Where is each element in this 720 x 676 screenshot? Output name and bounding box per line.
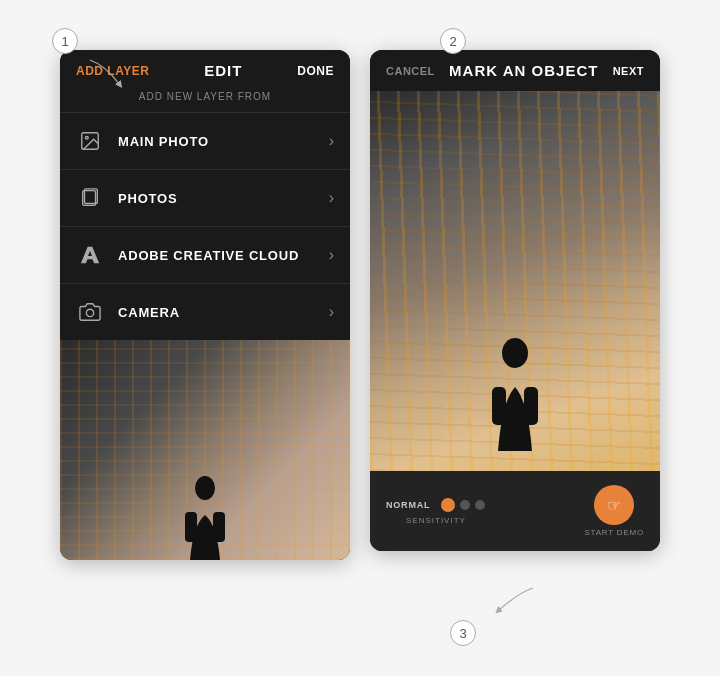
play-icon: ☞ [607, 496, 621, 515]
start-demo-button[interactable]: ☞ START DEMO [584, 485, 644, 537]
dot-active[interactable] [441, 498, 455, 512]
adobe-label: ADOBE CREATIVE CLOUD [118, 248, 329, 263]
person-silhouette-right [480, 331, 550, 451]
menu-items-list: MAIN PHOTO › PHOTOS › [60, 112, 350, 340]
menu-item-main-photo[interactable]: MAIN PHOTO › [60, 112, 350, 169]
chevron-icon-photos: › [329, 189, 334, 207]
sensitivity-label: SENSITIVITY [406, 516, 466, 525]
photos-icon [76, 184, 104, 212]
building-scene-left [60, 340, 350, 560]
svg-rect-6 [185, 512, 197, 542]
left-photo-preview [60, 340, 350, 560]
dot-2[interactable] [460, 500, 470, 510]
annotation-3: 3 [450, 620, 476, 646]
sensitivity-dots: NORMAL [386, 498, 485, 512]
menu-item-photos[interactable]: PHOTOS › [60, 169, 350, 226]
person-silhouette-left [175, 470, 235, 560]
right-phone-bottom-bar: NORMAL SENSITIVITY ☞ START DEMO [370, 471, 660, 551]
menu-item-adobe[interactable]: ADOBE CREATIVE CLOUD › [60, 226, 350, 283]
svg-point-4 [86, 309, 93, 316]
chevron-icon-camera: › [329, 303, 334, 321]
camera-icon [76, 298, 104, 326]
next-button[interactable]: NEXT [613, 65, 644, 77]
camera-label: CAMERA [118, 305, 329, 320]
chevron-icon: › [329, 132, 334, 150]
main-photo-label: MAIN PHOTO [118, 134, 329, 149]
start-demo-text: START DEMO [584, 528, 644, 537]
cancel-button[interactable]: CANCEL [386, 65, 435, 77]
right-phone-top-bar: CANCEL MARK AN OBJECT NEXT [370, 50, 660, 91]
chevron-icon-adobe: › [329, 246, 334, 264]
adobe-icon [76, 241, 104, 269]
svg-point-5 [195, 476, 215, 500]
start-demo-circle: ☞ [594, 485, 634, 525]
svg-point-1 [85, 136, 88, 139]
done-button[interactable]: DONE [297, 64, 334, 78]
dot-3[interactable] [475, 500, 485, 510]
image-icon [76, 127, 104, 155]
sensitivity-section: NORMAL SENSITIVITY [386, 498, 485, 525]
annotation-arrow-1 [85, 55, 135, 95]
svg-rect-7 [213, 512, 225, 542]
svg-rect-10 [524, 387, 538, 425]
left-phone: ADD LAYER EDIT DONE ADD NEW LAYER FROM M… [60, 50, 350, 560]
annotation-2: 2 [440, 28, 466, 54]
annotation-arrow-3 [478, 583, 538, 618]
right-photo-preview [370, 91, 660, 471]
right-phone: CANCEL MARK AN OBJECT NEXT NORMAL [370, 50, 660, 551]
menu-item-camera[interactable]: CAMERA › [60, 283, 350, 340]
normal-label: NORMAL [386, 500, 430, 510]
svg-rect-9 [492, 387, 506, 425]
building-scene-right [370, 91, 660, 471]
svg-point-8 [502, 338, 528, 368]
edit-title: EDIT [204, 62, 242, 79]
photos-label: PHOTOS [118, 191, 329, 206]
annotation-1: 1 [52, 28, 78, 54]
mark-an-object-title: MARK AN OBJECT [449, 62, 598, 79]
